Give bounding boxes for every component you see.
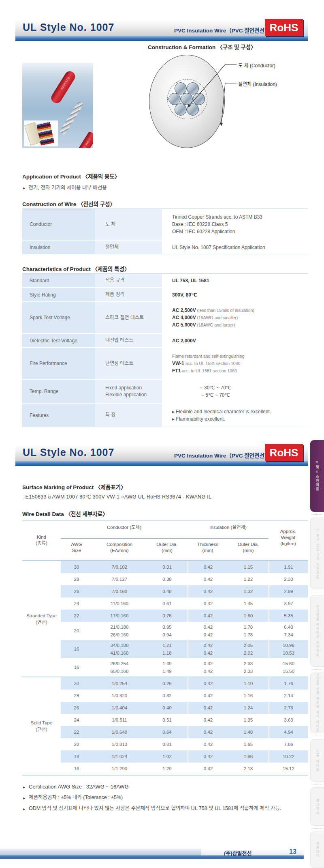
spec-row: Temp. RangeFixed applicationFlexible app… xyxy=(22,379,308,403)
insulation-callout-label: 절연체 (Insulation) xyxy=(238,80,277,87)
sidebar-tab[interactable]: 산업용 공장 자동화 기기 케이블 xyxy=(310,672,324,733)
spec-label: Features xyxy=(22,404,95,427)
spec-value: Flame retardant and self-extinguishingVW… xyxy=(162,348,308,379)
sidebar-tab-label: ⓚ 한국 산업 규격 승인제품 xyxy=(315,528,320,579)
col-group-insulation: Insulation (절연체) xyxy=(188,524,269,531)
data-cell: 1.86 xyxy=(228,750,269,763)
data-cell: 1/1.290 xyxy=(92,763,147,775)
footer-bar-left xyxy=(0,849,201,855)
data-cell: 10.9610.53 xyxy=(269,640,308,658)
company-name: (주)광일전선 xyxy=(224,849,252,857)
tab-separator xyxy=(313,514,322,515)
page-subtitle: PVC Insulation Wire（PVC 절연전선） xyxy=(174,451,270,459)
data-cell: 1.45 xyxy=(228,597,269,610)
data-cell: 0.51 xyxy=(147,714,188,726)
sidebar-tab[interactable]: 제품안내 xyxy=(310,831,324,868)
conductor-callout-label: 도 체 (Conductor) xyxy=(238,62,275,69)
wire-table-row: 201/0.8130.810.421.657.06 xyxy=(22,738,308,750)
data-cell: 30 xyxy=(61,561,92,573)
application-item-text: 전기, 전자 기기의 제어용 내부 배선용 xyxy=(29,185,107,191)
data-cell: 2.14 xyxy=(269,690,308,702)
data-cell: 1.781.78 xyxy=(228,622,269,640)
spec-label: Insulation xyxy=(22,241,95,254)
data-cell: 0.42 xyxy=(188,763,228,775)
data-cell: 1.16 xyxy=(228,690,269,702)
group-header-underline xyxy=(61,538,269,539)
data-cell: 15.12 xyxy=(269,763,308,775)
bullet-icon: ▸ xyxy=(23,805,29,813)
footnote-item: ▸Certification AWG Size : 32AWG ~ 16AWG xyxy=(23,783,307,791)
wire-table-row: 2021/0.18026/0.1600.950.940.420.421.781.… xyxy=(22,622,308,640)
kind-cell xyxy=(22,597,61,610)
wire-table-row: 181/1.0241.020.421.8610.22 xyxy=(22,750,308,763)
spec-row: Features특 징▸ Flexible and electrical cha… xyxy=(22,403,308,427)
footnote-item: ▸ODM 방식 및 상기표에 나타나 있지 않는 사항은 주문제작 방식으로 협… xyxy=(23,805,307,813)
data-cell: 1/0.640 xyxy=(92,726,147,738)
footnotes: ▸Certification AWG Size : 32AWG ~ 16AWG▸… xyxy=(23,783,307,816)
spec-label-korean: 적용 규격 xyxy=(95,274,162,287)
data-cell: 0.26 xyxy=(147,677,188,690)
col-header-weight: Approx. Weight (kg/km) xyxy=(269,529,308,547)
data-cell: 22 xyxy=(61,610,92,622)
data-cell: 1.35 xyxy=(228,714,269,726)
sidebar-tab[interactable]: 참고자료 xyxy=(310,787,324,826)
footnote-text: 제품허용공차 : ±5% 내외 (Tolerance : ±5%) xyxy=(29,794,123,802)
data-cell: 0.42 xyxy=(188,677,228,690)
data-cell: 16 xyxy=(61,640,92,658)
data-cell: 1.15 xyxy=(228,561,269,573)
data-cell: 20 xyxy=(61,738,92,750)
data-cell: 18 xyxy=(61,750,92,763)
wire-table-row: 2217/0.1600.760.421.605.35 xyxy=(22,610,308,622)
sidebar-tab[interactable]: ⓚ 한국 산업 규격 승인제품 xyxy=(310,518,324,589)
data-cell: 34/0.18041/0.160 xyxy=(92,640,147,658)
kind-cell xyxy=(22,585,61,597)
wire-table-row: 1626/0.25465/0.1601.491.490.420.422.332.… xyxy=(22,658,308,677)
data-cell: 4.94 xyxy=(269,726,308,738)
data-cell: 1.29 xyxy=(147,763,188,775)
data-cell: 1/0.813 xyxy=(92,738,147,750)
spec-label-korean: Fixed applicationFlexible application xyxy=(95,380,162,403)
data-cell: 17/0.160 xyxy=(92,610,147,622)
col-header-awg: AWG Size xyxy=(61,541,92,554)
sidebar-tab-label: 참고자료 xyxy=(315,799,320,815)
sidebar-tab[interactable]: ᴚ 및 ᴚ 승인제품 xyxy=(310,440,324,512)
data-cell: 28 xyxy=(61,573,92,585)
spec-row: Dielectric Test Voltage내전압 테스트AC 2,000V xyxy=(22,333,308,347)
wire-table-row: 281/0.3200.320.421.162.14 xyxy=(22,690,308,702)
data-cell: 0.31 xyxy=(147,561,188,573)
data-cell: 16 xyxy=(61,763,92,775)
data-cell: 21/0.18026/0.160 xyxy=(92,622,147,640)
sidebar-tab[interactable]: 전기용품 안전인증 승인제품 xyxy=(310,595,324,667)
data-cell: 2.73 xyxy=(269,702,308,714)
wire-table-header: Kind (종류) Conductor (도체) Insulation (절연체… xyxy=(22,521,308,560)
data-cell: 20 xyxy=(61,622,92,640)
data-cell: 0.61 xyxy=(147,597,188,610)
kind-cell xyxy=(22,738,61,750)
data-cell: 0.48 xyxy=(147,585,188,597)
wire-detail-heading: Wire Detail Data 〈전선 세부자료〉 xyxy=(22,509,108,518)
data-cell: 1.211.18 xyxy=(147,640,188,658)
spec-row: Style Rating제품 정격300V, 80℃ xyxy=(22,287,308,301)
data-cell: 16 xyxy=(61,658,92,677)
spec-row: Conductor도 체Tinned Copper Strands acc. t… xyxy=(22,209,308,240)
data-cell: 28 xyxy=(61,690,92,702)
spec-value: UL 758, UL 1581 xyxy=(162,274,308,287)
wire-table-body: 307/0.1020.310.421.151.91287/0.1270.380.… xyxy=(22,560,308,776)
data-cell: 0.42 xyxy=(188,585,228,597)
data-cell: 6.407.34 xyxy=(269,622,308,640)
spec-label: Dielectric Test Voltage xyxy=(22,334,95,347)
data-cell: 7/0.102 xyxy=(92,561,147,573)
application-heading: Application of Product 〈제품의 용도〉 xyxy=(22,172,120,180)
sidebar-tab[interactable]: UTP 케이블 xyxy=(310,739,324,782)
catalog-page: UL Style No. 1007 PVC Insulation Wire（PV… xyxy=(0,0,324,868)
spec-label-korean: 제품 정격 xyxy=(95,288,162,301)
data-cell: 15.6015.50 xyxy=(269,658,308,677)
data-cell: 30 xyxy=(61,677,92,690)
sidebar-tab-label: 산업용 공장 자동화 기기 케이블 xyxy=(315,673,320,732)
page2-header: UL Style No. 1007 PVC Insulation Wire（PV… xyxy=(15,444,308,466)
data-cell: 0.42 xyxy=(188,690,228,702)
data-cell: 0.950.94 xyxy=(147,622,188,640)
sidebar-tab-label: 전기용품 안전인증 승인제품 xyxy=(315,605,320,657)
data-cell: 0.420.42 xyxy=(188,622,228,640)
col-header-outer-dia-ins: Outer Dia. (mm) xyxy=(228,541,269,554)
